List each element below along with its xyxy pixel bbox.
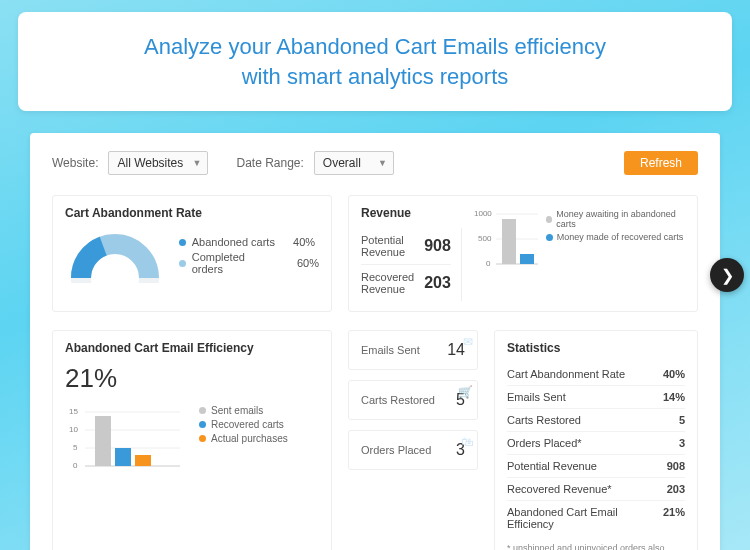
- cart-icon: 🛒: [458, 385, 473, 399]
- svg-text:15: 15: [69, 407, 78, 416]
- card-abandonment-rate: Cart Abandonment Rate Abandoned carts 40…: [52, 195, 332, 312]
- potential-revenue-value: 908: [424, 237, 451, 255]
- dot-icon: [199, 435, 206, 442]
- hero-banner: Analyze your Abandoned Cart Emails effic…: [18, 12, 732, 111]
- recovered-revenue-value: 203: [424, 274, 451, 292]
- website-select[interactable]: All Websites ▼: [108, 151, 208, 175]
- svg-text:1000: 1000: [474, 209, 492, 218]
- svg-text:500: 500: [478, 234, 492, 243]
- card-title: Revenue: [361, 206, 462, 220]
- svg-rect-18: [115, 448, 131, 466]
- stat-row: Orders Placed*3: [507, 431, 685, 454]
- stat-row: Carts Restored5: [507, 408, 685, 431]
- abandonment-donut-chart: [65, 228, 165, 283]
- card-title: Cart Abandonment Rate: [65, 206, 319, 220]
- metric-orders-placed: Orders Placed 3 🛍: [348, 430, 478, 470]
- hero-title: Analyze your Abandoned Cart Emails effic…: [48, 32, 702, 91]
- hero-title-line2: with smart analytics reports: [242, 64, 509, 89]
- chevron-down-icon: ▼: [193, 158, 202, 168]
- metrics-column: Emails Sent 14 ✉ Carts Restored 5 🛒 Orde…: [348, 330, 478, 550]
- hero-title-line1: Analyze your Abandoned Cart Emails effic…: [144, 34, 606, 59]
- recovered-revenue-label: Recovered Revenue: [361, 271, 414, 295]
- svg-text:10: 10: [69, 425, 78, 434]
- dot-icon: [546, 234, 553, 241]
- svg-rect-8: [520, 254, 534, 264]
- row-bottom: Abandoned Cart Email Efficiency 21% 15 1…: [52, 330, 698, 550]
- svg-rect-19: [135, 455, 151, 466]
- date-range-select[interactable]: Overall ▼: [314, 151, 394, 175]
- revenue-bar-chart: 1000 500 0: [474, 206, 538, 276]
- efficiency-legend: Sent emails Recovered carts Actual purch…: [199, 402, 288, 447]
- dot-icon: [179, 260, 186, 267]
- svg-rect-7: [502, 219, 516, 264]
- website-label: Website:: [52, 156, 98, 170]
- potential-revenue-label: Potential Revenue: [361, 234, 414, 258]
- website-select-value: All Websites: [117, 156, 183, 170]
- dot-icon: [199, 421, 206, 428]
- card-statistics: Statistics Cart Abandonment Rate40% Emai…: [494, 330, 698, 550]
- next-arrow-button[interactable]: ❯: [710, 258, 744, 292]
- metric-emails-sent: Emails Sent 14 ✉: [348, 330, 478, 370]
- stat-row: Emails Sent14%: [507, 385, 685, 408]
- revenue-legend: Money awaiting in abandoned carts Money …: [546, 206, 685, 245]
- dot-icon: [179, 239, 186, 246]
- chevron-right-icon: ❯: [721, 266, 734, 285]
- bag-icon: 🛍: [461, 435, 473, 449]
- card-email-efficiency: Abandoned Cart Email Efficiency 21% 15 1…: [52, 330, 332, 550]
- stat-row: Recovered Revenue*203: [507, 477, 685, 500]
- stats-footnote: * unshipped and uninvoiced orders also c…: [507, 543, 685, 550]
- date-range-label: Date Range:: [236, 156, 303, 170]
- dot-icon: [199, 407, 206, 414]
- date-range-select-value: Overall: [323, 156, 361, 170]
- refresh-button[interactable]: Refresh: [624, 151, 698, 175]
- svg-text:0: 0: [73, 461, 78, 470]
- dot-icon: [546, 216, 552, 223]
- stat-row: Potential Revenue908: [507, 454, 685, 477]
- abandonment-legend: Abandoned carts 40% Completed orders 60%: [179, 233, 319, 278]
- filter-bar: Website: All Websites ▼ Date Range: Over…: [52, 151, 698, 175]
- svg-text:5: 5: [73, 443, 78, 452]
- efficiency-bar-chart: 15 10 5 0: [65, 402, 185, 477]
- stat-row: Cart Abandonment Rate40%: [507, 363, 685, 385]
- svg-text:0: 0: [486, 259, 491, 268]
- card-title: Abandoned Cart Email Efficiency: [65, 341, 319, 355]
- svg-rect-17: [95, 416, 111, 466]
- metric-carts-restored: Carts Restored 5 🛒: [348, 380, 478, 420]
- card-revenue: Revenue Potential Revenue908 Recovered R…: [348, 195, 698, 312]
- stat-row: Abandoned Cart Email Efficiency21%: [507, 500, 685, 535]
- efficiency-percent: 21%: [65, 363, 319, 394]
- mail-icon: ✉: [463, 335, 473, 349]
- row-top: Cart Abandonment Rate Abandoned carts 40…: [52, 195, 698, 312]
- analytics-panel: Website: All Websites ▼ Date Range: Over…: [30, 133, 720, 550]
- card-title: Statistics: [507, 341, 685, 355]
- chevron-down-icon: ▼: [378, 158, 387, 168]
